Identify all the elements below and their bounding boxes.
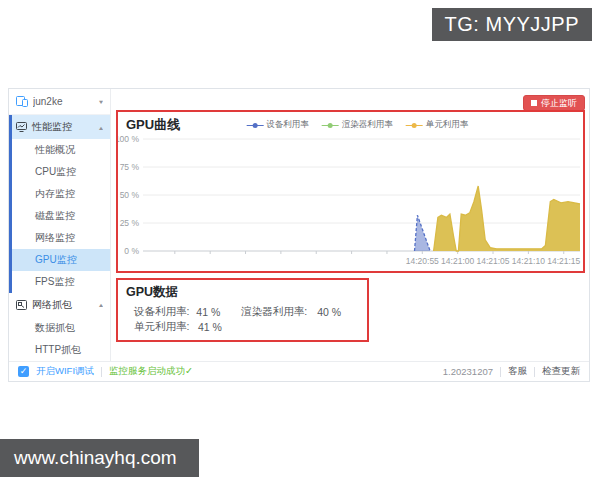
site-watermark: www.chinayhq.com xyxy=(0,439,199,477)
divider xyxy=(534,367,535,377)
sidebar-item-http-capture[interactable]: HTTP抓包 xyxy=(9,339,110,361)
customer-service-link[interactable]: 客服 xyxy=(508,365,527,378)
sidebar-item-label: 磁盘监控 xyxy=(35,209,75,223)
chevron-down-icon[interactable]: ▾ xyxy=(99,98,103,105)
sidebar-item-label: GPU监控 xyxy=(35,253,77,267)
metric-value-device: 41 % xyxy=(196,306,241,318)
packet-capture-icon xyxy=(16,300,27,310)
gpu-metrics: 设备利用率: 41 % 渲染器利用率: 40 % 单元利用率: 41 % xyxy=(134,304,362,334)
sidebar-item-label: 数据抓包 xyxy=(35,321,75,335)
check-update-link[interactable]: 检查更新 xyxy=(542,365,580,378)
svg-text:14:21:05: 14:21:05 xyxy=(476,256,509,266)
legend-item-tiler[interactable]: 单元利用率 xyxy=(406,119,469,131)
device-name: jun2ke xyxy=(33,96,99,107)
chevron-up-icon[interactable]: ▴ xyxy=(99,123,103,130)
sidebar-item-memory[interactable]: 内存监控 xyxy=(9,183,110,205)
stop-button-label: 停止监听 xyxy=(541,97,577,110)
legend-marker-yellow xyxy=(406,122,423,129)
status-bar: ✓ 开启WIFI调试 监控服务启动成功✓ 1.20231207 客服 检查更新 xyxy=(9,361,589,381)
divider xyxy=(101,367,102,377)
legend-label: 渲染器利用率 xyxy=(342,119,393,131)
svg-text:14:20:55: 14:20:55 xyxy=(406,256,439,266)
metric-value-renderer: 40 % xyxy=(317,306,362,318)
sidebar-item-cpu[interactable]: CPU监控 xyxy=(9,161,110,183)
legend-marker-blue xyxy=(246,122,263,129)
svg-text:14:21:15: 14:21:15 xyxy=(547,256,580,266)
chart-legend: 设备利用率 渲染器利用率 单元利用率 xyxy=(246,119,468,131)
legend-label: 单元利用率 xyxy=(426,119,469,131)
sidebar-group-capture[interactable]: 网络抓包 ▴ xyxy=(9,293,110,317)
device-selector[interactable]: jun2ke ▾ xyxy=(9,89,110,115)
sidebar-group-label: 性能监控 xyxy=(32,120,99,134)
device-icon xyxy=(16,96,28,107)
metric-label-renderer: 渲染器利用率: xyxy=(241,305,317,319)
screenshot-stage: TG: MYYJJPP jun2ke ▾ 性能监控 ▴ 性能概况 CPU监控 内 xyxy=(0,0,600,480)
sidebar-item-label: CPU监控 xyxy=(35,165,76,179)
sidebar-item-gpu[interactable]: GPU监控 xyxy=(9,249,110,271)
divider xyxy=(500,367,501,377)
metric-value-tiler: 41 % xyxy=(198,321,244,333)
legend-item-renderer[interactable]: 渲染器利用率 xyxy=(322,119,393,131)
wifi-debug-checkbox[interactable]: ✓ xyxy=(18,366,29,377)
legend-marker-green xyxy=(322,122,339,129)
sidebar-item-perf-overview[interactable]: 性能概况 xyxy=(9,139,110,161)
sidebar-group-performance[interactable]: 性能监控 ▴ xyxy=(9,115,110,139)
sidebar-item-label: FPS监控 xyxy=(35,275,74,289)
version-label: 1.20231207 xyxy=(443,366,493,377)
active-group-indicator xyxy=(9,115,12,293)
svg-text:100 %: 100 % xyxy=(118,136,139,144)
wifi-debug-label[interactable]: 开启WIFI调试 xyxy=(36,365,94,378)
sidebar-item-label: 网络监控 xyxy=(35,231,75,245)
sidebar: jun2ke ▾ 性能监控 ▴ 性能概况 CPU监控 内存监控 磁盘监控 网络监… xyxy=(9,89,111,362)
legend-item-device[interactable]: 设备利用率 xyxy=(246,119,309,131)
sidebar-item-label: 性能概况 xyxy=(35,143,75,157)
svg-text:14:21:00: 14:21:00 xyxy=(441,256,474,266)
svg-text:25 %: 25 % xyxy=(120,218,140,228)
stop-monitoring-button[interactable]: 停止监听 xyxy=(523,95,585,111)
performance-monitor-icon xyxy=(16,122,27,132)
service-status-text: 监控服务启动成功✓ xyxy=(109,365,193,378)
svg-text:50 %: 50 % xyxy=(120,190,140,200)
sidebar-item-fps[interactable]: FPS监控 xyxy=(9,271,110,293)
sidebar-item-label: HTTP抓包 xyxy=(35,343,81,357)
chevron-up-icon[interactable]: ▴ xyxy=(99,301,103,308)
sidebar-group-label: 网络抓包 xyxy=(32,298,99,312)
gpu-data-title: GPU数据 xyxy=(126,284,178,301)
gpu-curve-panel: GPU曲线 设备利用率 渲染器利用率 单元利用率 0 %25 %50 %75 %… xyxy=(116,110,585,273)
chart-title: GPU曲线 xyxy=(126,116,180,134)
svg-text:0 %: 0 % xyxy=(124,246,139,256)
metric-label-device: 设备利用率: xyxy=(134,305,196,319)
sidebar-item-disk[interactable]: 磁盘监控 xyxy=(9,205,110,227)
svg-text:75 %: 75 % xyxy=(120,162,140,172)
sidebar-item-data-capture[interactable]: 数据抓包 xyxy=(9,317,110,339)
gpu-data-panel: GPU数据 设备利用率: 41 % 渲染器利用率: 40 % 单元利用率: 41… xyxy=(116,278,369,342)
sidebar-item-label: 内存监控 xyxy=(35,187,75,201)
telegram-watermark: TG: MYYJJPP xyxy=(432,8,592,41)
stop-icon xyxy=(531,100,537,106)
gpu-utilization-chart: 0 %25 %50 %75 %100 %14:20:5514:21:0014:2… xyxy=(118,136,583,271)
app-window: jun2ke ▾ 性能监控 ▴ 性能概况 CPU监控 内存监控 磁盘监控 网络监… xyxy=(8,88,590,382)
legend-label: 设备利用率 xyxy=(266,119,309,131)
sidebar-item-network[interactable]: 网络监控 xyxy=(9,227,110,249)
svg-text:14:21:10: 14:21:10 xyxy=(512,256,545,266)
metric-label-tiler: 单元利用率: xyxy=(134,320,198,334)
